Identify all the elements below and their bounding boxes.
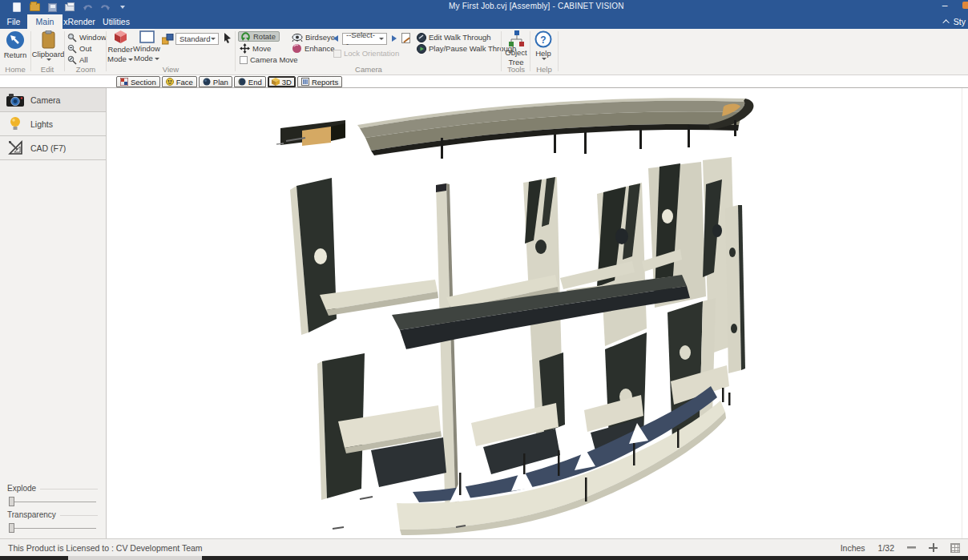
crosshair-icon[interactable] [929,543,938,552]
window-title: My First Job.cvj [Assembly] - CABINET VI… [449,2,624,10]
plan-tab-icon [203,78,211,86]
camera-move-checkbox[interactable]: Camera Move [240,54,298,65]
new-file-icon [13,2,21,12]
undo-button[interactable] [82,2,93,13]
group-label-camera: Camera [355,65,382,74]
rotate-button[interactable]: Rotate [238,31,280,42]
lightbulb-icon [0,116,30,131]
view-tab-reports[interactable]: Reports [297,76,342,87]
render-style-select[interactable]: Standard [175,33,219,45]
open-button[interactable] [29,2,40,13]
edit-walkthrough-button[interactable]: Edit Walk Through [417,32,491,42]
transparency-slider-thumb[interactable] [9,523,14,533]
print-icon [65,4,75,11]
cad-setsquare-icon [0,140,30,155]
move-icon [240,43,250,54]
main-content: Camera Lights [0,88,968,538]
move-button[interactable]: Move [240,43,271,54]
menu-tab-utilities[interactable]: Utilities [96,14,136,29]
license-text: This Product is Licensed to : CV Develop… [8,543,203,553]
edit-view-button[interactable] [401,33,410,45]
chevron-down-icon [379,38,384,40]
view-tab-strip: Section Face Plan End 3D Reports [0,75,968,88]
cabinet-vision-window: My First Job.cvj [Assembly] - CABINET VI… [0,0,968,560]
view-tab-face[interactable]: Face [162,76,197,87]
assembly-3d-render[interactable] [107,88,968,538]
menu-tab-file[interactable]: File [0,14,27,29]
render-style-icon [162,34,174,46]
left-sidebar: Camera Lights [0,88,107,538]
menu-tab-xrender[interactable]: xRender [59,14,99,29]
explode-slider[interactable] [7,496,98,507]
camera-next-button[interactable] [392,35,397,42]
slider-rail [9,502,96,502]
sidebar-panel-camera[interactable]: Camera [0,88,106,112]
section-tab-icon [120,78,128,86]
menu-bar: File Main xRender Utilities Sty [0,14,968,29]
sidebar-panel-cad[interactable]: CAD (F7) [0,136,106,160]
play-walkthrough-icon [417,44,426,54]
sidebar-panel-lights[interactable]: Lights [0,112,106,136]
help-button[interactable]: ? Help [531,30,555,60]
grid-toggle-icon[interactable] [950,543,960,553]
zoom-window-button[interactable]: Window [67,32,107,42]
print-button[interactable] [64,2,75,13]
status-bar: This Product is Licensed to : CV Develop… [0,538,968,556]
birdseye-button[interactable]: Birdseye [292,32,335,42]
customize-qat-button[interactable] [117,2,128,13]
collapse-ribbon-label: Sty [954,17,966,26]
svg-text:?: ? [540,34,546,46]
save-icon [48,3,57,12]
three-d-tab-icon [272,78,280,86]
redo-button[interactable] [99,2,111,13]
object-tree-button[interactable]: Object Tree [503,30,529,66]
group-label-tools: Tools [507,65,525,74]
render-mode-button[interactable]: Render Mode [107,30,133,63]
pointer-icon [222,32,234,44]
viewport-3d[interactable] [107,88,968,538]
chevron-down-icon [211,38,216,40]
enhance-button[interactable]: Enhance [292,43,335,54]
help-icon: ? [534,30,552,48]
window-corner-badge[interactable] [962,2,968,9]
viewport-right-gutter [962,88,968,538]
menu-tab-main[interactable]: Main [27,14,63,29]
camera-prev-button[interactable] [333,35,338,42]
chevron-down-icon [46,58,51,61]
explode-slider-thumb[interactable] [9,497,14,506]
open-folder-icon [30,3,40,11]
face-tab-icon [166,78,174,86]
view-tab-section[interactable]: Section [116,76,160,87]
zoom-all-button[interactable]: All [67,54,88,65]
object-tree-icon [508,30,525,47]
window-mode-button[interactable]: Window Mode [133,30,160,62]
clipboard-button[interactable]: Clipboard [34,30,63,61]
pan-pointer-button[interactable] [222,32,234,46]
transparency-slider[interactable] [7,522,98,534]
return-button[interactable]: Return [2,30,29,59]
chevron-up-icon [942,19,949,26]
group-label-view: View [163,65,179,74]
collapse-ribbon-button[interactable]: Sty [945,14,966,29]
new-file-button[interactable] [11,2,22,13]
divider [60,515,98,516]
view-tab-3d[interactable]: 3D [268,76,296,87]
view-tab-plan[interactable]: Plan [199,76,232,87]
slider-rail [9,528,96,529]
chevron-down-icon [155,58,159,60]
camera-icon [0,93,30,107]
zoom-out-icon [67,44,77,54]
status-units[interactable]: Inches [841,543,865,553]
rotate-icon [240,31,251,42]
view-tab-end[interactable]: End [234,76,266,87]
camera-select[interactable]: --Select-- [342,33,387,45]
chevron-down-icon [128,58,133,61]
minimize-button[interactable]: – [938,0,952,13]
save-button[interactable] [46,2,58,13]
status-precision[interactable]: 1/32 [878,543,894,553]
pan-tool-icon[interactable] [907,546,916,549]
redo-icon [100,3,111,12]
zoom-out-button[interactable]: Out [67,43,91,54]
undo-icon [83,3,93,12]
bottom-edge-strip [0,556,968,560]
